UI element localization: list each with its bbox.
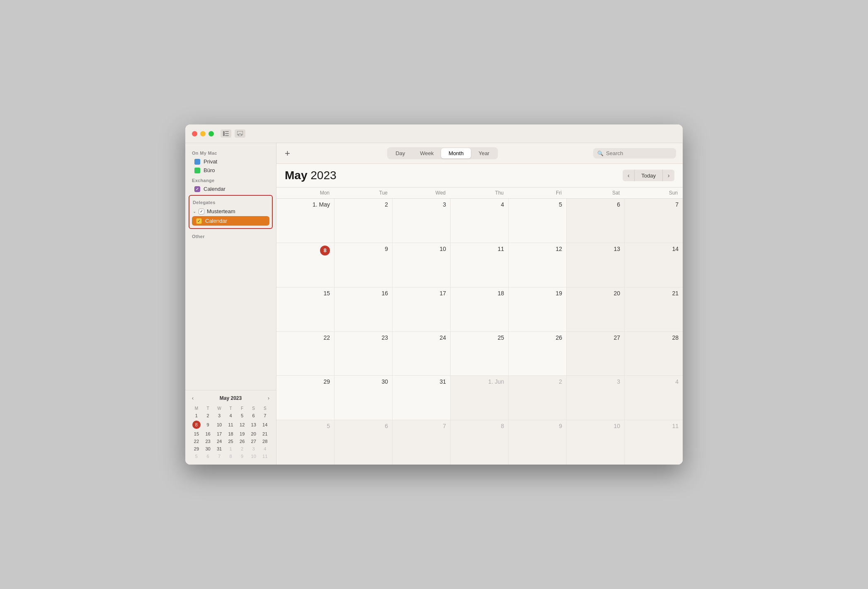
sidebar-item-privat[interactable]: Privat: [188, 157, 274, 166]
cal-cell[interactable]: 31: [393, 376, 451, 420]
cal-next-button[interactable]: ›: [663, 170, 674, 181]
cal-cell[interactable]: 7: [625, 199, 683, 243]
mini-cal-day[interactable]: 8: [191, 420, 202, 430]
mini-cal-day[interactable]: 25: [225, 438, 236, 445]
mini-cal-next-button[interactable]: ›: [266, 394, 271, 402]
cal-cell[interactable]: 1. Jun: [451, 376, 509, 420]
cal-today-button[interactable]: Today: [634, 170, 663, 181]
cal-cell[interactable]: 3: [393, 199, 451, 243]
mini-cal-day[interactable]: 1: [191, 412, 202, 419]
sidebar-item-buero[interactable]: Büro: [188, 166, 274, 175]
mini-cal-day[interactable]: 14: [259, 420, 270, 430]
cal-cell[interactable]: 3: [567, 376, 625, 420]
cal-cell[interactable]: 5: [509, 199, 567, 243]
mini-cal-day[interactable]: 13: [248, 420, 259, 430]
cal-cell[interactable]: 1. May: [276, 199, 335, 243]
musterteam-calendar-checkbox[interactable]: ✓: [196, 218, 202, 224]
mini-cal-day[interactable]: 11: [225, 420, 236, 430]
mini-cal-day[interactable]: 15: [191, 431, 202, 437]
cal-cell[interactable]: 9: [509, 420, 567, 465]
cal-cell[interactable]: 11: [625, 420, 683, 465]
cal-cell[interactable]: 24: [393, 332, 451, 376]
mini-cal-day[interactable]: 10: [214, 420, 225, 430]
cal-cell[interactable]: 16: [335, 287, 393, 331]
minimize-button[interactable]: [200, 131, 206, 136]
cal-cell[interactable]: 15: [276, 287, 335, 331]
mini-cal-day[interactable]: 2: [203, 412, 213, 419]
mini-cal-day[interactable]: 19: [237, 431, 247, 437]
mini-cal-day[interactable]: 11: [259, 453, 270, 460]
maximize-button[interactable]: [209, 131, 214, 136]
cal-cell[interactable]: 27: [567, 332, 625, 376]
mini-cal-day[interactable]: 3: [248, 445, 259, 452]
cal-cell[interactable]: 2: [509, 376, 567, 420]
view-week-button[interactable]: Week: [412, 148, 441, 158]
cal-cell[interactable]: 7: [393, 420, 451, 465]
cal-cell[interactable]: 6: [567, 199, 625, 243]
cal-cell[interactable]: 21: [625, 287, 683, 331]
cal-cell[interactable]: 6: [335, 420, 393, 465]
mini-cal-day[interactable]: 20: [248, 431, 259, 437]
mini-cal-day[interactable]: 4: [259, 445, 270, 452]
view-year-button[interactable]: Year: [471, 148, 497, 158]
view-day-button[interactable]: Day: [388, 148, 412, 158]
delegates-musterteam-item[interactable]: ⌄ ✓ Musterteam: [189, 207, 272, 215]
cal-cell[interactable]: 5: [276, 420, 335, 465]
cal-cell[interactable]: 4: [625, 376, 683, 420]
mini-cal-day[interactable]: 5: [191, 453, 202, 460]
mini-cal-day[interactable]: 12: [237, 420, 247, 430]
mini-cal-day[interactable]: 27: [248, 438, 259, 445]
cal-cell[interactable]: 8: [276, 243, 335, 287]
cal-cell[interactable]: 30: [335, 376, 393, 420]
mini-cal-day[interactable]: 7: [214, 453, 225, 460]
mini-cal-day[interactable]: 22: [191, 438, 202, 445]
mini-cal-prev-button[interactable]: ‹: [190, 394, 195, 402]
cal-cell[interactable]: 25: [451, 332, 509, 376]
mini-cal-day[interactable]: 23: [203, 438, 213, 445]
mini-cal-day[interactable]: 7: [259, 412, 270, 419]
cal-cell[interactable]: 26: [509, 332, 567, 376]
cal-cell[interactable]: 29: [276, 376, 335, 420]
cal-cell[interactable]: 13: [567, 243, 625, 287]
calendar-exchange-checkbox[interactable]: ✓: [194, 186, 200, 192]
inbox-icon[interactable]: [235, 129, 245, 138]
cal-cell[interactable]: 17: [393, 287, 451, 331]
musterteam-checkbox[interactable]: ✓: [199, 209, 204, 214]
cal-cell[interactable]: 10: [567, 420, 625, 465]
mini-cal-day[interactable]: 9: [203, 420, 213, 430]
mini-cal-day[interactable]: 8: [225, 453, 236, 460]
view-month-button[interactable]: Month: [441, 148, 471, 158]
mini-cal-day[interactable]: 26: [237, 438, 247, 445]
cal-cell[interactable]: 2: [335, 199, 393, 243]
cal-cell[interactable]: 28: [625, 332, 683, 376]
cal-prev-button[interactable]: ‹: [623, 170, 634, 181]
mini-cal-day[interactable]: 5: [237, 412, 247, 419]
mini-cal-day[interactable]: 3: [214, 412, 225, 419]
close-button[interactable]: [192, 131, 197, 136]
mini-cal-day[interactable]: 2: [237, 445, 247, 452]
mini-cal-day[interactable]: 9: [237, 453, 247, 460]
cal-cell[interactable]: 14: [625, 243, 683, 287]
cal-cell[interactable]: 10: [393, 243, 451, 287]
mini-cal-day[interactable]: 17: [214, 431, 225, 437]
search-input[interactable]: [606, 150, 672, 156]
mini-cal-day[interactable]: 6: [248, 412, 259, 419]
add-event-button[interactable]: +: [283, 149, 292, 158]
mini-cal-day[interactable]: 29: [191, 445, 202, 452]
cal-cell[interactable]: 9: [335, 243, 393, 287]
mini-cal-day[interactable]: 24: [214, 438, 225, 445]
cal-cell[interactable]: 8: [451, 420, 509, 465]
mini-cal-day[interactable]: 31: [214, 445, 225, 452]
mini-cal-day[interactable]: 4: [225, 412, 236, 419]
mini-cal-day[interactable]: 16: [203, 431, 213, 437]
cal-cell[interactable]: 12: [509, 243, 567, 287]
cal-cell[interactable]: 11: [451, 243, 509, 287]
mini-cal-day[interactable]: 1: [225, 445, 236, 452]
mini-cal-day[interactable]: 30: [203, 445, 213, 452]
mini-cal-day[interactable]: 28: [259, 438, 270, 445]
cal-cell[interactable]: 22: [276, 332, 335, 376]
sidebar-item-calendar-exchange[interactable]: ✓ Calendar: [188, 185, 274, 193]
cal-cell[interactable]: 18: [451, 287, 509, 331]
cal-cell[interactable]: 20: [567, 287, 625, 331]
mini-cal-day[interactable]: 6: [203, 453, 213, 460]
